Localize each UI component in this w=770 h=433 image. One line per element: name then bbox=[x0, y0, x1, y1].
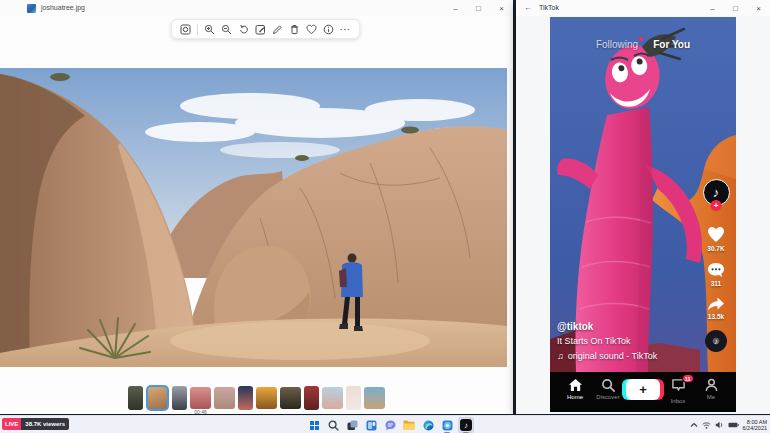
search-icon bbox=[328, 420, 339, 431]
like-heart-icon[interactable] bbox=[707, 226, 725, 243]
widgets-icon bbox=[366, 420, 377, 431]
nav-me[interactable]: Me bbox=[696, 378, 726, 400]
live-viewer-count: 38.7K viewers bbox=[21, 418, 69, 430]
more-options-icon[interactable]: ··· bbox=[340, 24, 351, 35]
photos-taskbar-button[interactable] bbox=[439, 417, 455, 433]
maximize-button[interactable]: □ bbox=[467, 0, 490, 16]
edge-icon bbox=[423, 420, 434, 431]
taskbar-clock[interactable]: 8:00 AM 6/24/2021 bbox=[743, 419, 767, 432]
zoom-in-icon[interactable] bbox=[204, 24, 215, 35]
delete-icon[interactable] bbox=[289, 24, 300, 35]
tab-for-you[interactable]: For You bbox=[653, 39, 690, 50]
photos-app-icon bbox=[27, 4, 36, 13]
zoom-out-icon[interactable] bbox=[221, 24, 232, 35]
discover-icon bbox=[601, 378, 616, 392]
tiktok-titlebar[interactable]: ← TikTok – □ × bbox=[516, 0, 770, 16]
system-tray: 8:00 AM 6/24/2021 bbox=[690, 416, 767, 433]
share-count: 13.5k bbox=[708, 313, 724, 320]
live-overlay: LIVE 38.7K viewers bbox=[2, 418, 69, 430]
photos-toolbar: ··· bbox=[171, 19, 360, 39]
windows-logo-icon bbox=[310, 421, 319, 430]
photos-icon bbox=[442, 420, 453, 431]
tiktok-video[interactable]: Following For You ♪ + 30.7K 311 bbox=[550, 17, 736, 372]
filmstrip-thumbnail-selected[interactable] bbox=[146, 385, 169, 411]
sound-disc-icon[interactable]: ♪ bbox=[705, 330, 727, 352]
draw-icon[interactable] bbox=[272, 24, 283, 35]
nav-discover[interactable]: Discover bbox=[593, 378, 623, 400]
filmstrip-thumbnail[interactable] bbox=[280, 387, 301, 409]
caption-text: It Starts On TikTok bbox=[557, 336, 657, 346]
photos-titlebar[interactable]: joshuatree.jpg – □ × bbox=[0, 0, 513, 16]
tab-following[interactable]: Following bbox=[596, 39, 638, 50]
filmstrip-thumbnail[interactable] bbox=[256, 387, 277, 409]
close-button[interactable]: × bbox=[490, 0, 513, 16]
music-note-icon: ♫ bbox=[557, 351, 564, 361]
feed-tabs: Following For You bbox=[550, 39, 736, 50]
clock-date: 6/24/2021 bbox=[743, 425, 767, 432]
live-badge: LIVE bbox=[2, 418, 21, 430]
comment-icon[interactable] bbox=[707, 262, 725, 278]
creator-avatar[interactable]: ♪ + bbox=[703, 179, 730, 206]
follow-button[interactable]: + bbox=[711, 200, 722, 211]
share-icon[interactable] bbox=[707, 297, 725, 311]
wifi-icon[interactable] bbox=[702, 422, 711, 429]
filmstrip: 00:46 bbox=[0, 383, 513, 413]
filmstrip-thumbnail[interactable] bbox=[128, 386, 143, 410]
photos-window-title: joshuatree.jpg bbox=[41, 4, 85, 11]
start-button[interactable] bbox=[306, 417, 322, 433]
photos-window: joshuatree.jpg – □ × bbox=[0, 0, 513, 414]
filmstrip-thumbnail[interactable] bbox=[238, 386, 253, 410]
rotate-icon[interactable] bbox=[238, 24, 249, 35]
info-icon[interactable] bbox=[323, 24, 334, 35]
minimize-button[interactable]: – bbox=[701, 0, 724, 16]
file-explorer-button[interactable] bbox=[401, 417, 417, 433]
create-button[interactable]: + bbox=[626, 379, 660, 400]
maximize-button[interactable]: □ bbox=[724, 0, 747, 16]
creator-username[interactable]: @tiktok bbox=[557, 321, 657, 332]
edit-image-icon[interactable] bbox=[255, 24, 266, 35]
filmstrip-thumbnail[interactable] bbox=[322, 387, 343, 409]
edge-button[interactable] bbox=[420, 417, 436, 433]
filmstrip-thumbnail[interactable] bbox=[172, 386, 187, 410]
tiktok-window: ← TikTok – □ × bbox=[516, 0, 770, 414]
filmstrip-thumbnail[interactable] bbox=[214, 387, 235, 409]
inbox-badge: 11 bbox=[682, 374, 694, 383]
close-button[interactable]: × bbox=[747, 0, 770, 16]
task-view-button[interactable] bbox=[344, 417, 360, 433]
sound-title: original sound - TikTok bbox=[568, 351, 658, 361]
minimize-button[interactable]: – bbox=[444, 0, 467, 16]
sound-row[interactable]: ♫ original sound - TikTok bbox=[557, 351, 657, 361]
task-view-icon bbox=[347, 420, 358, 431]
plus-icon: + bbox=[639, 382, 647, 397]
filmstrip-thumbnail[interactable] bbox=[346, 386, 361, 410]
favorite-icon[interactable] bbox=[306, 24, 317, 35]
file-explorer-icon bbox=[403, 420, 415, 430]
photo-canvas[interactable] bbox=[0, 68, 507, 367]
nav-home[interactable]: Home bbox=[560, 378, 590, 400]
profile-icon bbox=[704, 378, 719, 392]
filmstrip-thumbnail-video[interactable]: 00:46 bbox=[190, 387, 211, 409]
chat-button[interactable] bbox=[382, 417, 398, 433]
like-count: 30.7K bbox=[707, 245, 724, 252]
back-icon[interactable]: ← bbox=[524, 3, 532, 12]
tiktok-taskbar-button[interactable]: ♪ bbox=[458, 417, 474, 433]
joshua-tree-photo bbox=[0, 68, 507, 367]
tray-chevron-icon[interactable] bbox=[690, 422, 698, 428]
chat-icon bbox=[385, 420, 396, 431]
nav-inbox[interactable]: 11 Inbox bbox=[663, 378, 693, 404]
filmstrip-thumbnail[interactable] bbox=[304, 386, 319, 410]
tiktok-icon: ♪ bbox=[460, 419, 472, 431]
notification-dot bbox=[639, 37, 643, 41]
filmstrip-thumbnail[interactable] bbox=[364, 387, 385, 409]
desktop: joshuatree.jpg – □ × bbox=[0, 0, 770, 433]
home-icon bbox=[568, 378, 583, 392]
taskbar-apps: ♪ bbox=[306, 416, 474, 433]
battery-icon[interactable] bbox=[728, 422, 739, 428]
comment-count: 311 bbox=[711, 280, 722, 287]
tiktok-window-title: TikTok bbox=[539, 4, 559, 11]
taskbar-search[interactable] bbox=[325, 417, 341, 433]
tiktok-bottom-nav: Home Discover + 11 Inbox bbox=[550, 372, 736, 412]
see-all-photos-icon[interactable] bbox=[180, 24, 191, 35]
volume-icon[interactable] bbox=[715, 421, 724, 429]
widgets-button[interactable] bbox=[363, 417, 379, 433]
